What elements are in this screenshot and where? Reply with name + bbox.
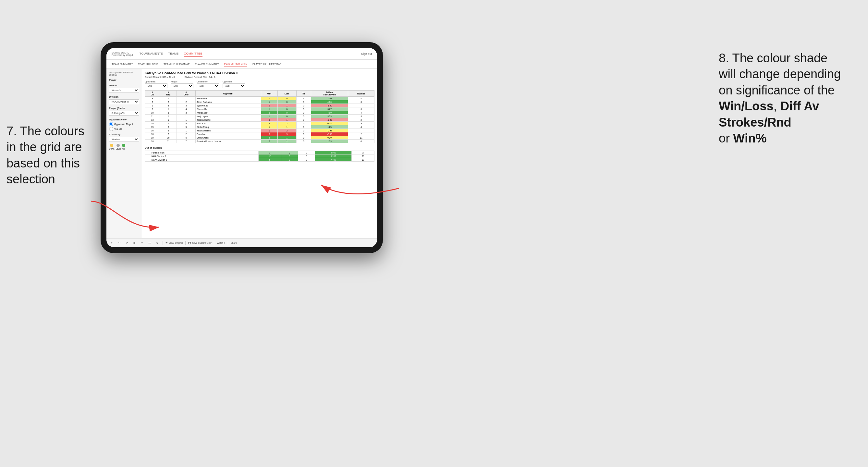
top100-label: Top 100 (114, 128, 122, 130)
cell-opponent: Andrea York (195, 111, 261, 115)
gender-label: Gender (109, 84, 139, 87)
cell-win: 1 (261, 129, 277, 132)
legend: Down Level Up (109, 144, 139, 150)
cell-conf: 1 (177, 115, 196, 118)
cell-win: 1 (261, 125, 277, 129)
opponent-filter-label: Opponent (223, 81, 245, 83)
nav-teams[interactable]: TEAMS (168, 51, 179, 57)
subnav-team-h2h-grid[interactable]: TEAM H2H GRID (138, 61, 158, 67)
colour-by-select[interactable]: Win/loss (109, 137, 139, 142)
radio-opponents-played-input[interactable] (109, 122, 113, 126)
cell-rounds: 3 (348, 107, 374, 111)
subnav-player-summary[interactable]: PLAYER SUMMARY (195, 61, 219, 67)
table-row: 14 7 4 Eunice Yi 2 2 0 0.38 9 (145, 122, 374, 125)
main-area: Katelyn Vo Head-to-Head Grid for Women's… (142, 69, 377, 238)
cell-reg: 8 (160, 125, 177, 129)
bottom-toolbar: ↩ ↪ ⟳ ⊞ ✂ ••• ⏱ 👁 View: Original 💾 Save … (106, 238, 377, 247)
cell-tie: 1 (297, 97, 311, 100)
player-rank-select[interactable]: 8. Katelyn Vo (109, 111, 139, 116)
subnav-team-summary[interactable]: TEAM SUMMARY (112, 61, 133, 67)
cell-conf: 2 (177, 132, 196, 136)
table-body: 3 1 1 Esther Lee 1 0 1 1.50 4 5 2 2 Alex… (145, 97, 374, 143)
cell-rounds: 4 (348, 111, 374, 115)
cell-out-loss: 0 (281, 151, 298, 154)
more-btn[interactable]: ••• (147, 241, 152, 245)
subnav-team-h2h-heatmap[interactable]: TEAM H2H HEATMAP (163, 61, 190, 67)
view-original-btn[interactable]: 👁 View: Original (165, 242, 183, 244)
cell-conf: 6 (177, 136, 196, 139)
radio-top100-input[interactable] (109, 127, 113, 131)
cell-opponent: Alexis Sudijanto (195, 100, 261, 104)
timer-btn[interactable]: ⏱ (155, 241, 160, 245)
sub-nav: TEAM SUMMARY TEAM H2H GRID TEAM H2H HEAT… (106, 60, 377, 69)
share-btn[interactable]: Share (231, 242, 237, 244)
cut-btn[interactable]: ✂ (140, 241, 145, 245)
watch-btn[interactable]: Watch ▾ (217, 242, 225, 244)
subnav-player-h2h-heatmap[interactable]: PLAYER H2H HEATMAP (252, 61, 282, 67)
filter-region: Region (All) (171, 81, 193, 88)
cell-tie: 0 (297, 100, 311, 104)
cell-tie: 0 (297, 115, 311, 118)
cell-reg: 1 (160, 97, 177, 100)
col-div: #Div (145, 91, 160, 97)
subnav-player-h2h-grid[interactable]: PLAYER H2H GRID (224, 61, 247, 67)
division-record-label: Division Record: (185, 75, 203, 79)
cell-tie: 0 (297, 132, 311, 136)
conference-filter-select[interactable]: (All) (197, 84, 219, 88)
gender-select[interactable]: Women's (109, 88, 139, 93)
table-row: 13 1 1 Jessica Huang 0 1 0 -3.00 2 (145, 118, 374, 122)
legend-dot-level (117, 144, 120, 147)
save-custom-btn[interactable]: 💾 Save Custom View (188, 242, 211, 244)
cell-loss: 1 (277, 104, 297, 107)
col-rounds: Rounds (348, 91, 374, 97)
grid-title: Katelyn Vo Head-to-Head Grid for Women's… (145, 71, 374, 75)
logo-sub: Powered by clippd (112, 54, 133, 56)
redo-btn[interactable]: ↪ (117, 241, 122, 245)
filter-conference: Conference (All) (197, 81, 219, 88)
cell-out-loss: 0 (281, 158, 298, 162)
grid-btn[interactable]: ⊞ (132, 241, 137, 245)
cell-rounds: 11 (348, 136, 374, 139)
cell-rounds: 4 (348, 125, 374, 129)
cell-out-diff: 9.267 (315, 154, 352, 158)
legend-up-label: Up (122, 148, 125, 150)
cell-opponent: Jessica Huang (195, 118, 261, 122)
cell-reg: 3 (160, 104, 177, 107)
nav-committee[interactable]: COMMITTEE (184, 51, 203, 57)
tablet-frame: SCOREBOARD Powered by clippd TOURNAMENTS… (101, 42, 383, 253)
table-header: #Div #Reg #Conf Opponent Win Loss Tie Di… (145, 91, 374, 97)
refresh-btn[interactable]: ⟳ (125, 241, 129, 245)
cell-conf: 3 (177, 111, 196, 115)
table-row: 18 2 2 Euna Lee 0 3 0 -5.00 2 (145, 132, 374, 136)
sidebar-colour-by: Colour by Win/loss (109, 133, 139, 142)
nav-tournaments[interactable]: TOURNAMENTS (140, 51, 163, 57)
cell-loss: 2 (277, 122, 297, 125)
cell-div: 15 (145, 125, 160, 129)
division-select[interactable]: NCAA Division III (109, 99, 139, 104)
sign-out-link[interactable]: | Sign out (360, 52, 372, 56)
cell-out-diff: 7.400 (315, 158, 352, 162)
undo-btn[interactable]: ↩ (110, 241, 115, 245)
cell-win: 2 (261, 122, 277, 125)
overall-record: Overall Record: 353 - 34 - 6 (145, 75, 175, 79)
region-filter-select[interactable]: (All) (171, 84, 193, 88)
toolbar-divider-4 (228, 241, 228, 245)
cell-loss: 1 (277, 118, 297, 122)
cell-loss: 0 (277, 97, 297, 100)
cell-conf: 4 (177, 107, 196, 111)
cell-div: 19 (145, 136, 160, 139)
cell-div: 6 (145, 104, 160, 107)
division-record: Division Record: 331 - 34 - 6 (185, 75, 215, 79)
col-opponent: Opponent (195, 91, 261, 97)
cell-out-tie: 0 (298, 151, 315, 154)
toolbar-divider-1 (162, 241, 163, 245)
cell-rounds: 2 (348, 118, 374, 122)
cell-rounds: 4 (348, 97, 374, 100)
sidebar-player-section: Player (109, 79, 139, 82)
cell-reg: 2 (160, 100, 177, 104)
timestamp-time: 16:55:38 (109, 74, 139, 76)
table-row: 16 9 1 Jessica Mason 1 2 0 -0.94 (145, 129, 374, 132)
opponent-filter-select[interactable]: (All) (223, 84, 245, 88)
opponents-filter-select[interactable]: (All) (145, 84, 167, 88)
table-row: 19 10 6 Emily Chang 4 1 0 0.30 11 (145, 136, 374, 139)
